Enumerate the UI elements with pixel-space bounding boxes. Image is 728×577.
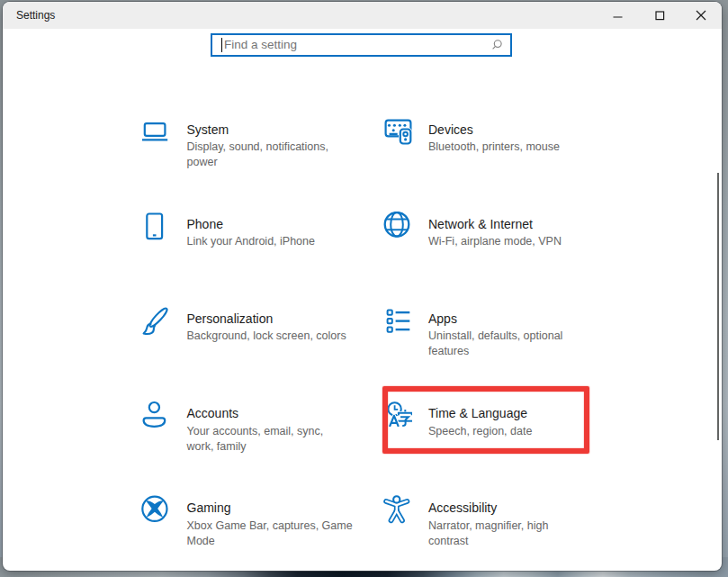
- gaming-icon: [139, 495, 170, 526]
- accounts-icon: [139, 401, 170, 431]
- personalization-icon: [139, 306, 170, 337]
- search-input[interactable]: Find a setting: [211, 33, 512, 58]
- text-caret: [221, 38, 222, 52]
- tile-desc: Xbox Game Bar, captures, Game Mode: [187, 518, 358, 549]
- search-icon: [490, 39, 503, 51]
- scrollbar-thumb[interactable]: [717, 173, 719, 440]
- tile-title: Accounts: [187, 406, 349, 421]
- time-language-icon: [382, 401, 412, 431]
- titlebar: Settings: [3, 2, 722, 29]
- tile-desc: Your accounts, email, sync, work, family: [187, 424, 349, 455]
- tile-title: System: [187, 122, 349, 138]
- tile-desc: Speech, region, date: [428, 424, 590, 439]
- tile-desc: Background, lock screen, colors: [187, 329, 349, 344]
- system-icon: [139, 117, 170, 148]
- tile-personalization[interactable]: Personalization Background, lock screen,…: [139, 306, 379, 399]
- tile-system[interactable]: System Display, sound, notifications, po…: [139, 117, 379, 210]
- tile-apps[interactable]: Apps Uninstall, defaults, optional featu…: [382, 306, 621, 399]
- tile-gaming[interactable]: Gaming Xbox Game Bar, captures, Game Mod…: [139, 495, 379, 571]
- tile-network[interactable]: Network & Internet Wi-Fi, airplane mode,…: [382, 212, 621, 304]
- window-title: Settings: [16, 2, 55, 29]
- close-button[interactable]: [680, 2, 722, 29]
- tile-phone[interactable]: Phone Link your Android, iPhone: [139, 212, 379, 304]
- phone-icon: [139, 212, 170, 242]
- tile-desc: Bluetooth, printers, mouse: [428, 140, 590, 155]
- tile-title: Gaming: [187, 500, 349, 516]
- devices-icon: [382, 117, 412, 148]
- tile-accounts[interactable]: Accounts Your accounts, email, sync, wor…: [139, 401, 379, 493]
- maximize-icon: [655, 11, 665, 21]
- minimize-button[interactable]: [597, 2, 638, 29]
- tile-title: Phone: [187, 217, 349, 232]
- tile-title: Network & Internet: [428, 217, 590, 232]
- tile-title: Devices: [428, 122, 590, 138]
- tile-title: Personalization: [187, 311, 349, 327]
- apps-icon: [382, 306, 412, 337]
- settings-window: Settings Find a setting Syst: [3, 2, 722, 571]
- tile-desc: Uninstall, defaults, optional features: [428, 329, 590, 359]
- tile-title: Accessibility: [428, 500, 590, 516]
- tile-time-language[interactable]: Time & Language Speech, region, date: [382, 401, 621, 493]
- network-icon: [382, 212, 412, 242]
- minimize-icon: [613, 11, 623, 21]
- tile-devices[interactable]: Devices Bluetooth, printers, mouse: [382, 117, 621, 210]
- search-placeholder: Find a setting: [224, 38, 483, 51]
- accessibility-icon: [382, 495, 412, 526]
- tile-desc: Link your Android, iPhone: [187, 234, 349, 249]
- maximize-button[interactable]: [639, 2, 680, 29]
- tile-desc: Display, sound, notifications, power: [187, 140, 349, 170]
- tile-desc: Wi-Fi, airplane mode, VPN: [428, 234, 590, 249]
- tile-title: Apps: [428, 311, 590, 327]
- tile-desc: Narrator, magnifier, high contrast: [428, 518, 590, 549]
- search-button[interactable]: [483, 39, 510, 51]
- tile-title: Time & Language: [428, 406, 590, 421]
- close-icon: [696, 10, 706, 21]
- tile-accessibility[interactable]: Accessibility Narrator, magnifier, high …: [382, 495, 621, 571]
